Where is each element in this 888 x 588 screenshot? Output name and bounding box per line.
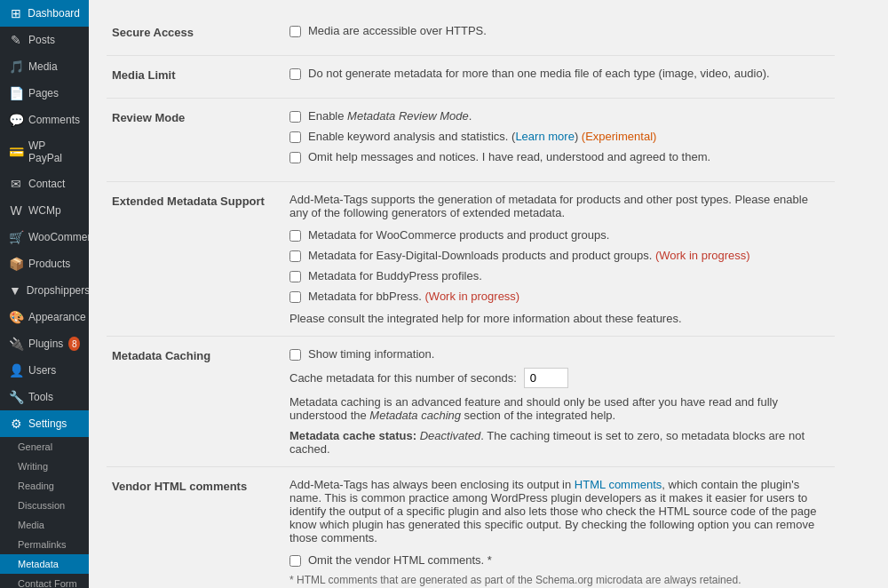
media-limit-content: Do not generate metadata for more than o…	[284, 56, 835, 99]
sidebar-item-label: Plugins	[28, 338, 63, 350]
settings-table: Secure Access Media are accessible over …	[107, 13, 835, 588]
sidebar-item-label: Products	[28, 258, 70, 270]
media-limit-field: Do not generate metadata for more than o…	[289, 67, 829, 80]
dropshippers-icon: ▼	[9, 283, 21, 298]
contact-icon: ✉	[9, 177, 23, 191]
cache-seconds-label: Cache metadata for this number of second…	[289, 371, 517, 385]
sidebar-sub-discussion[interactable]: Discussion	[0, 496, 89, 515]
pages-icon: 📄	[9, 86, 23, 100]
review-mode-checkbox1[interactable]	[289, 111, 301, 123]
cache-seconds-input[interactable]	[524, 368, 568, 388]
review-mode-checkbox3[interactable]	[289, 152, 301, 163]
sidebar-sub-metadata[interactable]: Metadata	[0, 554, 89, 574]
sidebar-item-label: Media	[28, 60, 58, 73]
experimental-label: (Experimental)	[582, 130, 657, 143]
vendor-html-content: Add-Meta-Tags has always been enclosing …	[284, 467, 835, 589]
sidebar-sub-contact-form[interactable]: Contact Form to Email	[0, 574, 89, 588]
extended-metadata-row: Extended Metadata Support Add-Meta-Tags …	[107, 182, 835, 337]
sidebar-item-pages[interactable]: 📄 Pages	[0, 80, 89, 107]
extended-meta-field2: Metadata for Easy-Digital-Downloads prod…	[289, 249, 829, 262]
cache-status-label: Metadata cache status:	[289, 429, 416, 442]
sidebar-item-media[interactable]: 🎵 Media	[0, 53, 89, 80]
media-limit-label: Media Limit	[107, 56, 284, 99]
media-limit-checkbox[interactable]	[289, 68, 301, 80]
secure-access-label: Secure Access	[107, 13, 284, 56]
sidebar-item-woocommerce[interactable]: 🛒 WooCommerce	[0, 224, 89, 250]
sidebar-item-contact[interactable]: ✉ Contact	[0, 171, 89, 197]
woocommerce-meta-checkbox[interactable]	[289, 230, 301, 242]
sidebar-sub-writing[interactable]: Writing	[0, 457, 89, 476]
extended-meta-field3: Metadata for BuddyPress profiles.	[289, 269, 829, 282]
woocommerce-icon: 🛒	[9, 230, 23, 244]
sidebar-item-settings[interactable]: ⚙ Settings	[0, 410, 89, 437]
sidebar-item-label: WP PayPal	[28, 139, 80, 164]
vendor-html-row: Vendor HTML comments Add-Meta-Tags has a…	[107, 467, 835, 589]
secure-access-text: Media are accessible over HTTPS.	[308, 24, 487, 37]
sidebar-item-comments[interactable]: 💬 Comments	[0, 107, 89, 133]
sidebar-sub-general[interactable]: General	[0, 437, 89, 457]
media-limit-text: Do not generate metadata for more than o…	[308, 67, 770, 80]
sidebar-item-label: Users	[28, 364, 56, 377]
plugins-badge: 8	[68, 337, 80, 351]
review-mode-text1: Enable Metadata Review Mode.	[308, 109, 472, 123]
cache-seconds-row: Cache metadata for this number of second…	[289, 368, 829, 388]
tools-icon: 🔧	[9, 390, 23, 404]
sidebar: ⊞ Dashboard ✎ Posts 🎵 Media 📄 Pages 💬 Co…	[0, 0, 89, 588]
cache-status: Metadata cache status: Deactivated. The …	[289, 429, 829, 456]
sidebar-item-appearance[interactable]: 🎨 Appearance	[0, 304, 89, 330]
sidebar-item-users[interactable]: 👤 Users	[0, 357, 89, 384]
timing-text: Show timing information.	[308, 347, 434, 361]
sidebar-item-wppaypal[interactable]: 💳 WP PayPal	[0, 133, 89, 171]
woocommerce-meta-text: Metadata for WooCommerce products and pr…	[308, 228, 609, 242]
bbpress-meta-checkbox[interactable]	[289, 291, 301, 303]
sidebar-sub-media[interactable]: Media	[0, 515, 89, 535]
media-icon: 🎵	[9, 60, 23, 74]
wip-label2: (Work in progress)	[425, 290, 520, 303]
html-comments-link[interactable]: HTML comments	[575, 478, 662, 491]
secure-access-content: Media are accessible over HTTPS.	[284, 13, 835, 56]
vendor-html-description: Add-Meta-Tags has always been enclosing …	[289, 478, 829, 544]
sidebar-item-dashboard[interactable]: ⊞ Dashboard	[0, 0, 89, 27]
wcmp-icon: W	[9, 203, 23, 218]
sidebar-item-dropshippers[interactable]: ▼ Dropshippers	[0, 277, 89, 304]
wip-label1: (Work in progress)	[655, 249, 750, 262]
sidebar-item-label: Settings	[28, 417, 67, 430]
extended-metadata-content: Add-Meta-Tags supports the generation of…	[284, 182, 835, 337]
sidebar-item-products[interactable]: 📦 Products	[0, 250, 89, 277]
timing-checkbox[interactable]	[289, 349, 301, 361]
vendor-html-label: Vendor HTML comments	[107, 467, 284, 589]
users-icon: 👤	[9, 363, 23, 377]
sidebar-sub-permalinks[interactable]: Permalinks	[0, 535, 89, 554]
sidebar-item-wcmp[interactable]: W WCMp	[0, 197, 89, 224]
learn-more-link[interactable]: Learn more	[515, 130, 574, 143]
sidebar-item-label: Tools	[28, 391, 53, 403]
secure-access-field: Media are accessible over HTTPS.	[289, 24, 829, 37]
review-mode-field2: Enable keyword analysis and statistics. …	[289, 130, 829, 143]
settings-icon: ⚙	[9, 417, 23, 431]
secure-access-row: Secure Access Media are accessible over …	[107, 13, 835, 56]
caching-description: Metadata caching is an advanced feature …	[289, 395, 829, 422]
sidebar-item-tools[interactable]: 🔧 Tools	[0, 384, 89, 410]
sidebar-item-plugins[interactable]: 🔌 Plugins 8	[0, 330, 89, 357]
review-mode-text3: Omit help messages and notices. I have r…	[308, 150, 710, 163]
omit-vendor-checkbox[interactable]	[289, 555, 301, 567]
metadata-caching-label: Metadata Caching	[107, 337, 284, 467]
sidebar-item-label: Comments	[28, 114, 80, 126]
review-mode-content: Enable Metadata Review Mode. Enable keyw…	[284, 99, 835, 182]
review-mode-row: Review Mode Enable Metadata Review Mode.…	[107, 99, 835, 182]
media-limit-row: Media Limit Do not generate metadata for…	[107, 56, 835, 99]
review-mode-field1: Enable Metadata Review Mode.	[289, 109, 829, 123]
secure-access-checkbox[interactable]	[289, 26, 301, 37]
extended-metadata-label: Extended Metadata Support	[107, 182, 284, 337]
review-mode-checkbox2[interactable]	[289, 131, 301, 143]
sidebar-sub-reading[interactable]: Reading	[0, 476, 89, 496]
edd-meta-checkbox[interactable]	[289, 250, 301, 262]
sidebar-item-posts[interactable]: ✎ Posts	[0, 27, 89, 53]
comments-icon: 💬	[9, 113, 23, 127]
sidebar-item-label: Posts	[28, 34, 55, 46]
sidebar-item-label: WooCommerce	[28, 231, 89, 243]
wppaypal-icon: 💳	[9, 145, 23, 159]
bbpress-meta-text: Metadata for bbPress. (Work in progress)	[308, 290, 519, 303]
buddypress-meta-checkbox[interactable]	[289, 271, 301, 282]
sidebar-item-label: WCMp	[28, 204, 61, 217]
